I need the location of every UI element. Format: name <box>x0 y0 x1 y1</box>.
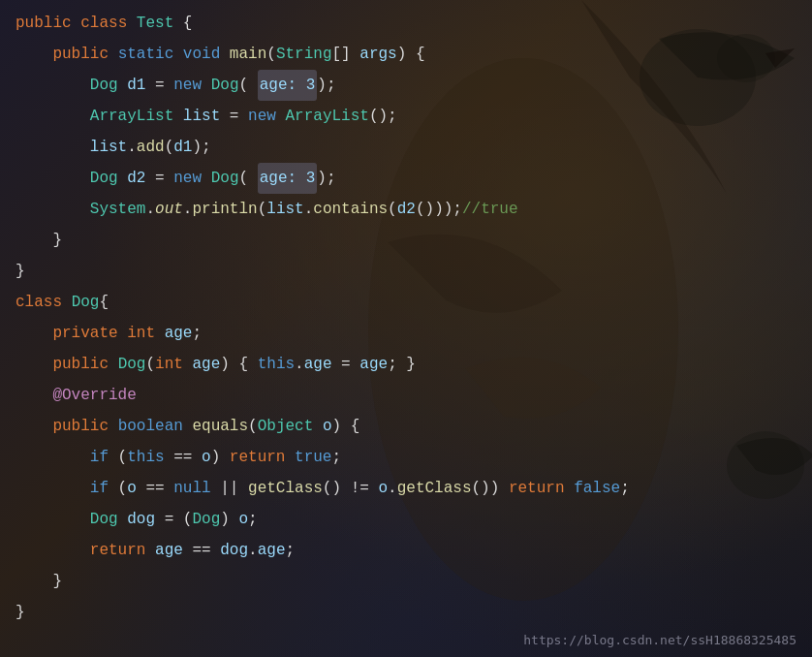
code-token <box>276 101 286 132</box>
code-token <box>565 473 575 504</box>
code-token: . <box>145 194 155 225</box>
code-token: if <box>90 442 109 473</box>
code-token: out <box>155 194 183 225</box>
code-token: == <box>183 535 220 566</box>
code-token: null <box>173 473 210 504</box>
code-token: . <box>248 535 258 566</box>
code-token: ( <box>238 70 257 101</box>
code-token <box>62 287 72 318</box>
code-token: this <box>258 349 295 380</box>
code-token <box>183 349 193 380</box>
code-token: static <box>118 39 174 70</box>
code-token: d1 <box>173 132 192 163</box>
code-token: ; <box>192 318 202 349</box>
code-token: ArrayList <box>90 101 173 132</box>
code-token: private <box>52 318 117 349</box>
code-token: d1 <box>127 70 145 101</box>
code-token <box>16 349 52 380</box>
code-token: Test <box>137 8 173 39</box>
code-token <box>202 163 211 194</box>
code-line: ArrayList list = new ArrayList(); <box>0 101 812 132</box>
code-token <box>118 163 128 194</box>
code-line: Dog d1 = new Dog( age: 3); <box>0 70 812 101</box>
code-token: int <box>127 318 155 349</box>
code-token: ); <box>317 70 335 101</box>
code-token: return <box>230 442 286 473</box>
code-token: Dog <box>72 287 100 318</box>
code-token <box>16 504 90 535</box>
code-token: return <box>509 473 565 504</box>
code-token: ) { <box>220 349 257 380</box>
code-token: age <box>192 349 220 380</box>
code-line: } <box>0 566 812 597</box>
code-token <box>313 411 323 442</box>
code-line: System.out.println(list.contains(d2()));… <box>0 194 812 225</box>
code-token: } <box>16 597 25 628</box>
code-token: //true <box>462 194 518 225</box>
code-token: class <box>16 287 62 318</box>
code-token: ( <box>145 349 155 380</box>
code-token: ( <box>266 39 276 70</box>
code-token: || <box>211 473 248 504</box>
code-token: ( <box>388 194 397 225</box>
code-token: ; <box>331 442 341 473</box>
code-token: ( <box>248 411 258 442</box>
code-token: o <box>238 504 248 535</box>
code-token <box>220 39 230 70</box>
code-token: age: 3 <box>258 163 318 194</box>
code-line: list.add(d1); <box>0 132 812 163</box>
code-token <box>118 504 128 535</box>
code-token: Dog <box>211 70 239 101</box>
code-token: ; <box>285 535 295 566</box>
code-token: dog <box>220 535 248 566</box>
code-token: int <box>155 349 183 380</box>
code-token: == <box>165 442 202 473</box>
code-token: . <box>295 349 304 380</box>
code-token: = <box>145 70 173 101</box>
code-token: void <box>183 39 220 70</box>
code-token: list <box>90 132 127 163</box>
code-token: getClass <box>248 473 323 504</box>
code-token <box>16 442 90 473</box>
code-token: Dog <box>90 163 118 194</box>
code-token <box>16 132 90 163</box>
code-token: ; <box>248 504 258 535</box>
code-token: } <box>16 256 25 287</box>
code-token: = ( <box>155 504 192 535</box>
watermark: https://blog.csdn.net/ssH18868325485 <box>523 633 796 647</box>
code-token: this <box>127 442 164 473</box>
code-token <box>16 39 52 70</box>
code-token <box>72 8 81 39</box>
code-token: ( <box>165 132 174 163</box>
code-token: list <box>266 194 303 225</box>
code-token <box>173 39 183 70</box>
code-token: String <box>276 39 332 70</box>
code-token: class <box>80 8 127 39</box>
code-token: ( <box>258 194 267 225</box>
code-token: ; <box>620 473 630 504</box>
code-token: dog <box>127 504 155 535</box>
code-token: ( <box>109 442 127 473</box>
code-token: ) <box>220 504 238 535</box>
code-token: (); <box>369 101 397 132</box>
code-token: public <box>52 39 109 70</box>
code-token: ArrayList <box>285 101 368 132</box>
code-line: public Dog(int age) { this.age = age; } <box>0 349 812 380</box>
code-token <box>145 535 155 566</box>
code-token: Dog <box>90 70 118 101</box>
code-token: o <box>202 442 211 473</box>
code-token: getClass <box>397 473 472 504</box>
code-token: new <box>173 70 202 101</box>
code-token <box>183 411 193 442</box>
code-token: contains <box>313 194 388 225</box>
code-token: ) { <box>332 411 360 442</box>
code-token: @Override <box>52 380 136 411</box>
code-container: public class Test { public static void m… <box>0 0 812 657</box>
code-token: ) { <box>397 39 425 70</box>
code-token: [] <box>331 39 359 70</box>
code-token: public <box>52 411 109 442</box>
code-line: public static void main(String[] args) { <box>0 39 812 70</box>
code-token: ( <box>109 473 127 504</box>
code-token <box>202 70 211 101</box>
code-token: public <box>52 349 109 380</box>
